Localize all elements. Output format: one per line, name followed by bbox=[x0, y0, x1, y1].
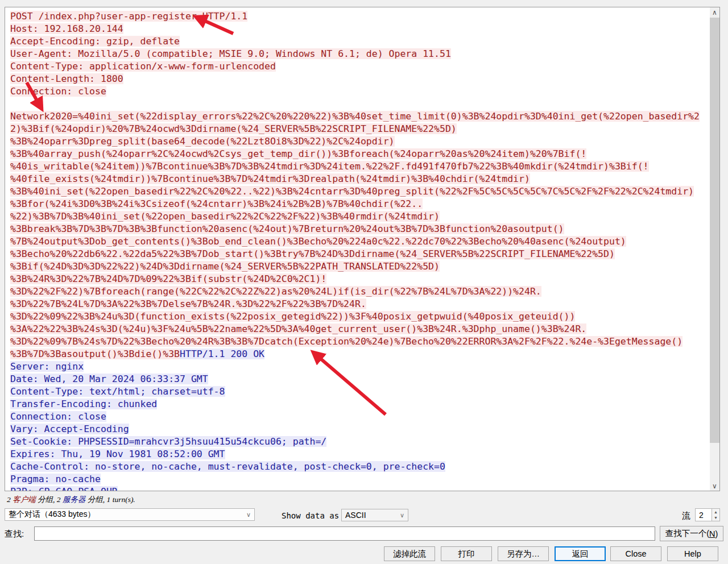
find-label: 查找: bbox=[5, 529, 24, 540]
spin-up-icon[interactable]: ▲ bbox=[712, 509, 719, 515]
server-data-text: Connection: close bbox=[10, 411, 106, 422]
client-data-text: %40is_writable(%24item))%7Bcontinue%3B%7… bbox=[10, 161, 649, 172]
stream-number-input[interactable]: 2 bbox=[695, 508, 712, 521]
stream-line: Connection: close bbox=[10, 85, 705, 98]
close-button[interactable]: Close bbox=[610, 546, 661, 561]
stream-line: %3B%24oparr%3Dpreg_split(base64_decode(%… bbox=[10, 135, 705, 148]
client-data-text: Content-Length: 1800 bbox=[10, 73, 123, 84]
stream-line: %3B%40array_push(%24oparr%2C%24ocwd%2Csy… bbox=[10, 148, 705, 160]
find-next-label: 查找下一个( bbox=[665, 528, 709, 539]
stream-line: %3D%22%2F%22)%7Bforeach(range(%22C%22%2C… bbox=[10, 285, 705, 298]
encoding-select-value: ASCII bbox=[345, 511, 366, 520]
server-data-text: Pragma: no-cache bbox=[10, 474, 101, 484]
client-data-text: 2)%3Bif(%24opdir)%20%7B%24ocwd%3Ddirname… bbox=[10, 123, 457, 134]
back-button[interactable]: 返回 bbox=[555, 546, 606, 561]
stream-line: Content-Type: application/x-www-form-url… bbox=[10, 60, 705, 73]
find-next-label-suffix: ) bbox=[715, 529, 718, 538]
client-data-text: Network2020=%40ini_set(%22display_errors… bbox=[10, 111, 700, 122]
stream-line: Network2020=%40ini_set(%22display_errors… bbox=[10, 110, 705, 123]
server-data-text: Set-Cookie: PHPSESSID=mrahcvr3j5hsuu415u… bbox=[10, 436, 326, 447]
filter-out-stream-button[interactable]: 滤掉此流 bbox=[384, 546, 435, 561]
client-data-text: %3D%22%09%7B%24s%7D%22%3Becho%20%24R%3B%… bbox=[10, 336, 682, 347]
stream-line: Accept-Encoding: gzip, deflate bbox=[10, 35, 705, 48]
stream-line: %40is_writable(%24item))%7Bcontinue%3B%7… bbox=[10, 160, 705, 173]
vertical-scrollbar[interactable]: ∧ ∨ bbox=[710, 7, 719, 491]
client-data-text: User-Agent: Mozilla/5.0 (compatible; MSI… bbox=[10, 48, 451, 59]
save-as-button[interactable]: 另存为… bbox=[498, 546, 549, 561]
conversation-select-value: 整个对话（4633 bytes） bbox=[9, 509, 96, 520]
stream-line: Transfer-Encoding: chunked bbox=[10, 398, 705, 410]
stream-line: P3P: CP=CAO PSA OUR bbox=[10, 486, 705, 491]
stream-line bbox=[10, 98, 705, 110]
client-data-text: %3B%24oparr%3Dpreg_split(base64_decode(%… bbox=[10, 136, 395, 147]
client-data-text: Host: 192.168.20.144 bbox=[10, 23, 123, 34]
client-label: 客户端 bbox=[13, 495, 36, 504]
stream-line: Connection: close bbox=[10, 410, 705, 423]
stream-line: %7B%24output%3Dob_get_contents()%3Bob_en… bbox=[10, 235, 705, 248]
stream-line: User-Agent: Mozilla/5.0 (compatible; MSI… bbox=[10, 48, 705, 60]
find-next-accesskey: N bbox=[709, 529, 715, 538]
stream-line: Pragma: no-cache bbox=[10, 473, 705, 486]
spin-down-icon[interactable]: ▼ bbox=[712, 515, 719, 521]
find-input[interactable] bbox=[34, 526, 655, 541]
stream-line: %3Bif(%24D%3D%3D%22%22)%24D%3Ddirname(%2… bbox=[10, 260, 705, 273]
client-data-text: Accept-Encoding: gzip, deflate bbox=[10, 36, 180, 47]
server-data-text: P3P: CP=CAO PSA OUR bbox=[10, 486, 118, 491]
client-data-text: %7B%24output%3Dob_get_contents()%3Bob_en… bbox=[10, 236, 626, 247]
client-count: 2 bbox=[7, 495, 13, 504]
stream-line: %3D%22%09%7B%24s%7D%22%3Becho%20%24R%3B%… bbox=[10, 335, 705, 348]
follow-stream-pane[interactable]: POST /index.php?user-app-register HTTP/1… bbox=[5, 7, 720, 491]
status-mid: 分组, 2 bbox=[36, 495, 63, 504]
client-data-text: %3B%24R%3D%22%7B%24D%7D%09%22%3Bif(subst… bbox=[10, 273, 326, 284]
stream-line: %3Bbreak%3B%7D%3B%7D%3B%3Bfunction%20ase… bbox=[10, 223, 705, 235]
stream-text: POST /index.php?user-app-register HTTP/1… bbox=[10, 10, 705, 491]
client-data-text: %3D%22%2F%22)%7Bforeach(range(%22C%22%2C… bbox=[10, 286, 541, 297]
help-button[interactable]: Help bbox=[667, 546, 718, 561]
client-data-text: %3D%22%09%22%3B%24u%3D(function_exists(%… bbox=[10, 311, 575, 322]
stream-line: Cache-Control: no-store, no-cache, must-… bbox=[10, 461, 705, 473]
find-next-button[interactable]: 查找下一个(N) bbox=[660, 526, 723, 541]
encoding-select[interactable]: ASCII ∨ bbox=[341, 509, 408, 521]
server-label: 服务器 bbox=[63, 495, 86, 504]
server-data-text: Vary: Accept-Encoding bbox=[10, 424, 129, 434]
server-data-text: Server: nginx bbox=[10, 361, 84, 372]
client-data-text: %3Bfor(%24i%3D0%3B%24i%3Csizeof(%24cntar… bbox=[10, 198, 423, 209]
client-data-text: Connection: close bbox=[10, 86, 106, 97]
print-button[interactable]: 打印 bbox=[441, 546, 492, 561]
stream-line: %3D%22%09%22%3B%24u%3D(function_exists(%… bbox=[10, 310, 705, 323]
server-data-text: Transfer-Encoding: chunked bbox=[10, 399, 157, 409]
client-data-text: %3B%40array_push(%24oparr%2C%24ocwd%2Csy… bbox=[10, 148, 586, 159]
client-data-text: %3B%7D%3Basoutput()%3Bdie()%3B bbox=[10, 349, 180, 359]
scrollbar-thumb[interactable] bbox=[710, 18, 719, 443]
client-data-text: %3D%22%7B%24L%7D%3A%22%3B%7Delse%7B%24R.… bbox=[10, 298, 366, 309]
server-data-text: HTTP/1.1 200 OK bbox=[180, 349, 264, 359]
stream-line: %3Becho%20%22db6%22.%22da5%22%3B%7Dob_st… bbox=[10, 248, 705, 260]
client-data-text: %3A%22%22%3B%24s%3D(%24u)%3F%24u%5B%22na… bbox=[10, 324, 586, 334]
status-end: 分组, 1 turn(s). bbox=[85, 495, 135, 504]
server-data-text: Content-Type: text/html; charset=utf-8 bbox=[10, 386, 225, 397]
client-data-text: %40file_exists(%24tmdir))%7Bcontinue%3B%… bbox=[10, 173, 530, 184]
client-data-text: %3B%40ini_set(%22open_basedir%22%2C%20%2… bbox=[10, 186, 694, 197]
server-data-text: Date: Wed, 20 Mar 2024 06:33:37 GMT bbox=[10, 374, 208, 384]
stream-line: Expires: Thu, 19 Nov 1981 08:52:00 GMT bbox=[10, 448, 705, 461]
server-data-text: Cache-Control: no-store, no-cache, must-… bbox=[10, 461, 445, 472]
stream-number-stepper[interactable]: ▲ ▼ bbox=[712, 508, 720, 521]
stream-line: %3Bfor(%24i%3D0%3B%24i%3Csizeof(%24cntar… bbox=[10, 198, 705, 210]
stream-line: %3B%24R%3D%22%7B%24D%7D%09%22%3Bif(subst… bbox=[10, 273, 705, 285]
stream-line: Date: Wed, 20 Mar 2024 06:33:37 GMT bbox=[10, 373, 705, 385]
chevron-down-icon: ∨ bbox=[246, 511, 251, 519]
show-data-as-label: Show data as bbox=[282, 511, 339, 520]
conversation-select[interactable]: 整个对话（4633 bytes） ∨ bbox=[5, 508, 255, 521]
scroll-down-icon[interactable]: ∨ bbox=[710, 481, 719, 491]
stream-line: Server: nginx bbox=[10, 360, 705, 373]
stream-line: Content-Type: text/html; charset=utf-8 bbox=[10, 385, 705, 398]
client-data-text: %3Bif(%24D%3D%3D%22%22)%24D%3Ddirname(%2… bbox=[10, 261, 440, 272]
client-data-text: %22)%3B%7D%3B%40ini_set(%22open_basedir%… bbox=[10, 211, 440, 222]
stream-line: %40file_exists(%24tmdir))%7Bcontinue%3B%… bbox=[10, 173, 705, 185]
client-data-text: %3Becho%20%22db6%22.%22da5%22%3B%7Dob_st… bbox=[10, 248, 615, 259]
client-data-text: %3Bbreak%3B%7D%3B%7D%3B%3Bfunction%20ase… bbox=[10, 223, 564, 234]
scroll-up-icon[interactable]: ∧ bbox=[710, 7, 719, 17]
packet-count-status: 2 客户端 分组, 2 服务器 分组, 1 turn(s). bbox=[7, 495, 135, 505]
stream-line: Content-Length: 1800 bbox=[10, 73, 705, 85]
stream-line: %3D%22%7B%24L%7D%3A%22%3B%7Delse%7B%24R.… bbox=[10, 298, 705, 310]
